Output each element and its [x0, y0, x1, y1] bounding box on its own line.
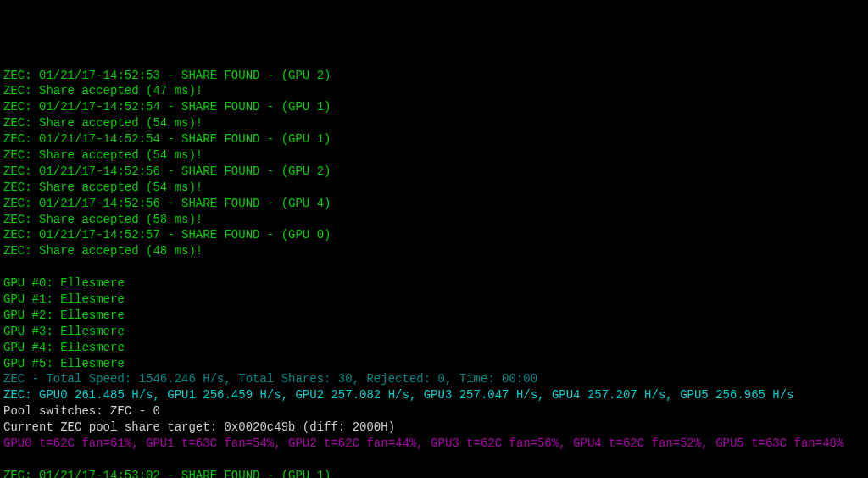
terminal-line: ZEC: Share accepted (58 ms)! [3, 212, 865, 228]
terminal-line: GPU #1: Ellesmere [3, 292, 865, 308]
terminal-line: GPU #0: Ellesmere [3, 275, 865, 292]
terminal-line: ZEC: Share accepted (47 ms)! [3, 83, 865, 99]
terminal-line: ZEC: Share accepted (54 ms)! [3, 180, 865, 196]
terminal-line: ZEC: 01/21/17-14:52:56 - SHARE FOUND - (… [3, 164, 865, 180]
terminal-line: GPU #4: Ellesmere [3, 340, 865, 356]
terminal-line: ZEC: 01/21/17-14:52:53 - SHARE FOUND - (… [3, 68, 865, 84]
terminal-line: ZEC: GPU0 261.485 H/s, GPU1 256.459 H/s,… [3, 387, 865, 403]
terminal-output: ZEC: 01/21/17-14:52:53 - SHARE FOUND - (… [3, 68, 865, 478]
terminal-line [3, 259, 865, 275]
terminal-line: ZEC: 01/21/17-14:52:56 - SHARE FOUND - (… [3, 196, 865, 212]
terminal-line: ZEC - Total Speed: 1546.246 H/s, Total S… [3, 371, 865, 387]
terminal-line: GPU #3: Ellesmere [3, 324, 865, 340]
terminal-line: ZEC: 01/21/17-14:52:54 - SHARE FOUND - (… [3, 99, 865, 115]
terminal-line: GPU #2: Ellesmere [3, 308, 865, 324]
terminal-line: ZEC: 01/21/17-14:52:54 - SHARE FOUND - (… [3, 131, 865, 147]
terminal-line: ZEC: Share accepted (48 ms)! [3, 243, 865, 259]
terminal-line: Pool switches: ZEC - 0 [3, 403, 865, 420]
terminal-line: ZEC: Share accepted (54 ms)! [3, 147, 865, 164]
terminal-line: GPU #5: Ellesmere [3, 356, 865, 372]
terminal-line: ZEC: Share accepted (54 ms)! [3, 115, 865, 131]
terminal-line: ZEC: 01/21/17-14:53:02 - SHARE FOUND - (… [3, 468, 865, 478]
terminal-line [3, 452, 865, 468]
terminal-line: ZEC: 01/21/17-14:52:57 - SHARE FOUND - (… [3, 227, 865, 243]
terminal-line: Current ZEC pool share target: 0x0020c49… [3, 420, 865, 436]
terminal-line: GPU0 t=62C fan=61%, GPU1 t=63C fan=54%, … [3, 436, 865, 452]
